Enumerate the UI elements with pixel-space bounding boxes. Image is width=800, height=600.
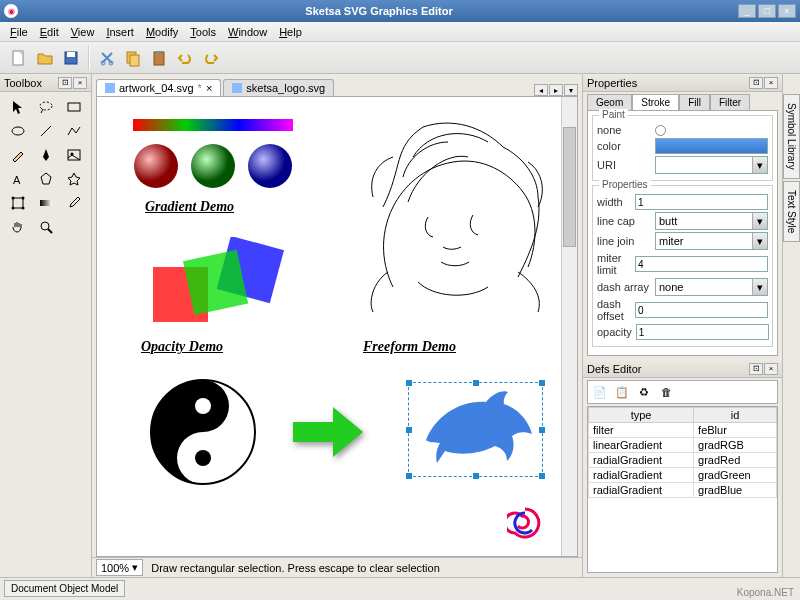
star-tool[interactable]	[61, 168, 87, 190]
menu-help[interactable]: Help	[273, 24, 308, 40]
defs-refresh-button[interactable]: ♻	[635, 383, 653, 401]
polyline-tool[interactable]	[61, 120, 87, 142]
tab-stroke[interactable]: Stroke	[632, 94, 679, 110]
watermark: Kopona.NET	[737, 587, 794, 598]
freeform-demo-label: Freeform Demo	[363, 339, 456, 355]
open-button[interactable]	[33, 46, 57, 70]
defs-row[interactable]: linearGradientgradRGB	[589, 438, 777, 453]
close-button[interactable]: ×	[778, 4, 796, 18]
menu-edit[interactable]: Edit	[34, 24, 65, 40]
menu-insert[interactable]: Insert	[100, 24, 140, 40]
svg-line-23	[48, 229, 52, 233]
tab-logo[interactable]: sketsa_logo.svg	[223, 79, 334, 96]
tab-dirty-indicator: *	[198, 82, 202, 94]
opacity-input[interactable]	[636, 324, 769, 340]
redo-button[interactable]	[199, 46, 223, 70]
tab-artwork[interactable]: artwork_04.svg * ×	[96, 79, 221, 96]
zoom-value: 100%	[101, 562, 129, 574]
dashoffset-label: dash offset	[597, 298, 631, 322]
side-tabs: Symbol Library Text Style	[782, 74, 800, 577]
rectangle-tool[interactable]	[61, 96, 87, 118]
workspace: Toolbox ⊡ × A ar	[0, 74, 800, 577]
defs-copy-button[interactable]: 📋	[613, 383, 631, 401]
toolbox-panel: Toolbox ⊡ × A	[0, 74, 92, 577]
defs-row[interactable]: radialGradientgradBlue	[589, 483, 777, 498]
tab-filter[interactable]: Filter	[710, 94, 750, 110]
paint-none-label: none	[597, 124, 651, 136]
panel-close-button[interactable]: ×	[73, 77, 87, 89]
new-button[interactable]	[7, 46, 31, 70]
menu-window[interactable]: Window	[222, 24, 273, 40]
lasso-tool[interactable]	[33, 96, 59, 118]
svg-file-icon	[232, 83, 242, 93]
save-button[interactable]	[59, 46, 83, 70]
gradient-tool[interactable]	[33, 192, 59, 214]
defs-title: Defs Editor	[587, 363, 748, 375]
defs-col-id[interactable]: id	[694, 408, 777, 423]
miterlimit-label: miter limit	[597, 252, 631, 276]
properties-title: Properties	[587, 77, 748, 89]
defs-new-button[interactable]: 📄	[591, 383, 609, 401]
svg-point-35	[195, 450, 211, 466]
vertical-scrollbar[interactable]	[561, 97, 577, 556]
tab-close-icon[interactable]: ×	[206, 82, 212, 94]
stroke-color-swatch[interactable]	[655, 138, 768, 154]
maximize-button[interactable]: □	[758, 4, 776, 18]
paste-button[interactable]	[147, 46, 171, 70]
paint-color-label: color	[597, 140, 651, 152]
tool-grid: A	[0, 92, 91, 242]
linecap-select[interactable]: butt▾	[655, 212, 768, 230]
pencil-tool[interactable]	[5, 144, 31, 166]
menu-file[interactable]: File	[4, 24, 34, 40]
panel-close-button[interactable]: ×	[764, 363, 778, 375]
tab-fill[interactable]: Fill	[679, 94, 710, 110]
paint-uri-select[interactable]: ▾	[655, 156, 768, 174]
selection-tool[interactable]	[5, 96, 31, 118]
miterlimit-input[interactable]	[635, 256, 768, 272]
tab-next-button[interactable]: ▸	[549, 84, 563, 96]
cut-button[interactable]	[95, 46, 119, 70]
side-tab-text[interactable]: Text Style	[783, 181, 800, 242]
side-tab-symbol[interactable]: Symbol Library	[783, 94, 800, 179]
svg-point-28	[191, 144, 235, 188]
defs-row[interactable]: filterfeBlur	[589, 423, 777, 438]
menu-modify[interactable]: Modify	[140, 24, 184, 40]
panel-close-button[interactable]: ×	[764, 77, 778, 89]
menu-view[interactable]: View	[65, 24, 101, 40]
copy-button[interactable]	[121, 46, 145, 70]
tab-menu-button[interactable]: ▾	[564, 84, 578, 96]
pen-tool[interactable]	[33, 144, 59, 166]
text-tool[interactable]: A	[5, 168, 31, 190]
dom-button[interactable]: Document Object Model	[4, 580, 125, 597]
eyedropper-tool[interactable]	[61, 192, 87, 214]
hand-tool[interactable]	[5, 216, 31, 238]
panel-dock-button[interactable]: ⊡	[749, 363, 763, 375]
dashoffset-input[interactable]	[635, 302, 768, 318]
svg-rect-32	[183, 250, 248, 315]
transform-tool[interactable]	[5, 192, 31, 214]
width-input[interactable]	[635, 194, 768, 210]
panel-dock-button[interactable]: ⊡	[58, 77, 72, 89]
linejoin-select[interactable]: miter▾	[655, 232, 768, 250]
ellipse-tool[interactable]	[5, 120, 31, 142]
panel-dock-button[interactable]: ⊡	[749, 77, 763, 89]
defs-row[interactable]: radialGradientgradRed	[589, 453, 777, 468]
scrollbar-thumb[interactable]	[563, 127, 576, 247]
defs-col-type[interactable]: type	[589, 408, 694, 423]
paint-none-radio[interactable]	[655, 125, 666, 136]
tab-prev-button[interactable]: ◂	[534, 84, 548, 96]
line-tool[interactable]	[33, 120, 59, 142]
zoom-tool[interactable]	[33, 216, 59, 238]
zoom-selector[interactable]: 100% ▾	[96, 559, 143, 576]
undo-button[interactable]	[173, 46, 197, 70]
canvas[interactable]: Gradient Demo Opacity Demo	[96, 96, 578, 557]
menu-tools[interactable]: Tools	[184, 24, 222, 40]
image-tool[interactable]	[61, 144, 87, 166]
polygon-tool[interactable]	[33, 168, 59, 190]
tab-geom[interactable]: Geom	[587, 94, 632, 110]
defs-row[interactable]: radialGradientgradGreen	[589, 468, 777, 483]
minimize-button[interactable]: _	[738, 4, 756, 18]
dasharray-select[interactable]: none▾	[655, 278, 768, 296]
opacity-label: opacity	[597, 326, 632, 338]
defs-delete-button[interactable]: 🗑	[657, 383, 675, 401]
